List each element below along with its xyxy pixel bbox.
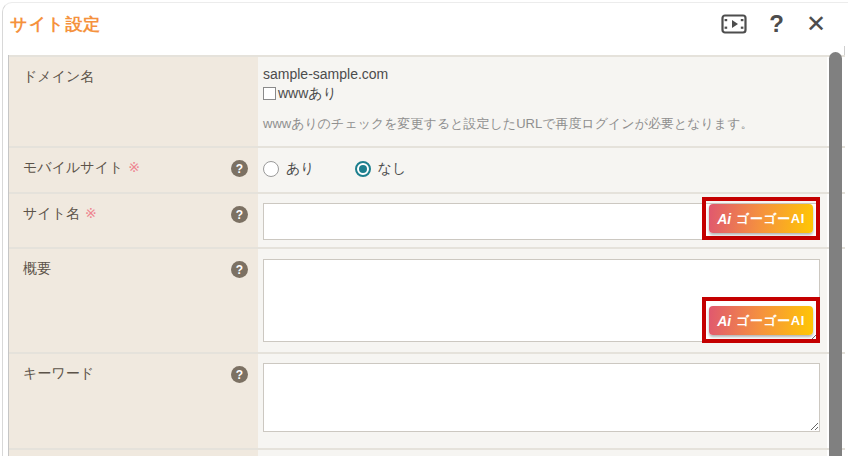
site-name-label-cell: サイト名※ ? bbox=[9, 194, 258, 247]
site-settings-table: ドメイン名 sample-sample.com wwwあり wwwありのチェック… bbox=[8, 55, 845, 456]
radio-option-ari[interactable]: あり bbox=[263, 160, 315, 178]
table-row-mobile-site: モバイルサイト※ ? あり なし bbox=[9, 146, 845, 192]
annotation-highlight-site-name: Ai ゴーゴーAI bbox=[702, 197, 820, 240]
keywords-label: キーワード bbox=[23, 365, 94, 383]
help-icon[interactable]: ? bbox=[769, 14, 784, 34]
keywords-content-cell bbox=[258, 354, 827, 448]
vertical-scrollbar-thumb[interactable] bbox=[829, 52, 842, 456]
ai-logo-icon: Ai bbox=[717, 313, 731, 329]
domain-content-cell: sample-sample.com wwwあり wwwありのチェックを変更すると… bbox=[258, 57, 827, 146]
domain-value: sample-sample.com bbox=[263, 65, 827, 84]
radio-icon-selected[interactable] bbox=[355, 161, 371, 177]
mobile-site-help-icon[interactable]: ? bbox=[231, 160, 248, 177]
www-note: wwwありのチェックを変更すると設定したURLで再度ログインが必要となります。 bbox=[263, 115, 827, 133]
domain-label: ドメイン名 bbox=[23, 68, 94, 86]
radio-icon[interactable] bbox=[263, 161, 279, 177]
gogo-ai-button-site-name[interactable]: Ai ゴーゴーAI bbox=[709, 204, 813, 233]
table-row-partial bbox=[9, 448, 845, 456]
summary-label: 概要 bbox=[23, 260, 51, 278]
mobile-site-label-cell: モバイルサイト※ ? bbox=[9, 148, 258, 192]
keywords-textarea[interactable] bbox=[263, 363, 820, 432]
annotation-highlight-summary: Ai ゴーゴーAI bbox=[702, 297, 820, 343]
keywords-label-cell: キーワード ? bbox=[9, 354, 258, 448]
keywords-help-icon[interactable]: ? bbox=[231, 366, 248, 383]
mobile-site-radio-group: あり なし bbox=[263, 160, 827, 178]
radio-option-nashi[interactable]: なし bbox=[355, 160, 407, 178]
domain-label-cell: ドメイン名 bbox=[9, 57, 258, 146]
radio-label[interactable]: なし bbox=[378, 160, 407, 178]
mobile-site-content-cell: あり なし bbox=[258, 148, 827, 192]
www-checkbox-label[interactable]: wwwあり bbox=[278, 84, 337, 103]
www-checkbox[interactable] bbox=[263, 87, 276, 100]
summary-help-icon[interactable]: ? bbox=[231, 261, 248, 278]
table-row-domain: ドメイン名 sample-sample.com wwwあり wwwありのチェック… bbox=[9, 55, 845, 146]
required-mark: ※ bbox=[85, 205, 97, 221]
site-name-label: サイト名※ bbox=[23, 205, 97, 223]
mobile-site-label: モバイルサイト※ bbox=[23, 159, 140, 177]
header-icons: ? ✕ bbox=[721, 14, 826, 34]
ai-logo-icon: Ai bbox=[717, 211, 731, 227]
close-icon[interactable]: ✕ bbox=[806, 14, 826, 34]
table-row-keywords: キーワード ? bbox=[9, 352, 845, 448]
gogo-ai-button-summary[interactable]: Ai ゴーゴーAI bbox=[709, 306, 813, 335]
gogo-ai-button-label: ゴーゴーAI bbox=[736, 312, 805, 330]
video-tutorial-icon[interactable] bbox=[721, 14, 747, 34]
required-mark: ※ bbox=[128, 159, 140, 175]
gogo-ai-button-label: ゴーゴーAI bbox=[736, 210, 805, 228]
summary-label-cell: 概要 ? bbox=[9, 249, 258, 352]
site-name-help-icon[interactable]: ? bbox=[231, 206, 248, 223]
radio-label[interactable]: あり bbox=[286, 160, 315, 178]
page-title: サイト設定 bbox=[10, 13, 101, 36]
